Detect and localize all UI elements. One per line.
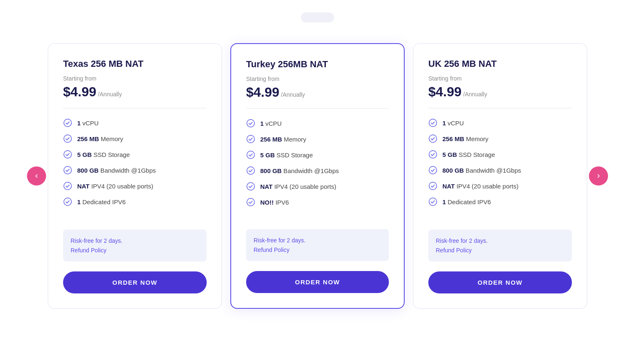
svg-point-16 [429,182,437,190]
pricing-card-uk: UK 256 MB NAT Starting from $4.99 /Annua… [413,43,587,309]
svg-point-10 [247,183,254,190]
check-icon [428,134,437,143]
check-icon [63,197,72,206]
price-amount: $4.99 [246,85,279,100]
price-row: $4.99 /Annually [63,84,207,100]
feature-text: NAT IPV4 (20 usable ports) [442,183,518,190]
feature-text: 800 GB Bandwidth @1Gbps [442,167,521,174]
feature-item: 256 MB Memory [63,134,207,143]
svg-point-15 [429,166,437,174]
feature-item: 1 Dedicated IPV6 [428,197,572,206]
check-icon [63,150,72,159]
svg-point-3 [64,166,71,174]
feature-item: 800 GB Bandwidth @1Gbps [246,166,389,175]
feature-item: NAT IPV4 (20 usable ports) [63,181,207,191]
feature-text: NAT IPV4 (20 usable ports) [260,183,336,190]
svg-point-4 [64,182,71,190]
feature-item: 800 GB Bandwidth @1Gbps [428,166,572,175]
feature-item: NAT IPV4 (20 usable ports) [428,181,572,191]
feature-text: 5 GB SSD Storage [77,151,130,158]
feature-text: 256 MB Memory [260,136,306,143]
order-now-button[interactable]: ORDER NOW [63,271,207,293]
feature-item: 800 GB Bandwidth @1Gbps [63,166,207,175]
price-amount: $4.99 [63,84,96,100]
feature-text: 800 GB Bandwidth @1Gbps [77,167,156,174]
svg-point-6 [247,120,254,127]
price-amount: $4.99 [428,84,462,100]
check-icon [246,182,255,191]
refund-text: Risk-free for 2 days.Refund Policy [436,236,564,255]
check-icon [246,150,255,159]
check-icon [63,166,72,175]
feature-item: 1 vCPU [63,118,207,127]
svg-point-0 [64,119,71,127]
feature-text: 800 GB Bandwidth @1Gbps [260,167,339,174]
feature-item: 1 vCPU [428,118,572,127]
svg-point-8 [247,151,254,159]
order-now-button[interactable]: ORDER NOW [246,271,389,293]
features-list: 1 vCPU 256 MB Memory 5 GB SSD Storage [63,118,207,218]
check-icon [428,150,437,159]
check-icon [246,134,255,144]
feature-item: 5 GB SSD Storage [246,150,389,159]
price-row: $4.99 /Annually [428,84,572,100]
starting-from-label: Starting from [428,75,572,82]
svg-point-17 [429,198,437,205]
feature-item: 256 MB Memory [428,134,572,143]
pricing-card-texas: Texas 256 MB NAT Starting from $4.99 /An… [48,43,222,309]
price-period: /Annually [463,91,487,98]
starting-from-label: Starting from [246,76,389,82]
divider [246,108,389,109]
refund-text: Risk-free for 2 days.Refund Policy [254,236,381,254]
next-button[interactable] [589,166,608,186]
check-icon [246,166,255,175]
check-icon [428,118,437,127]
order-now-button[interactable]: ORDER NOW [428,271,572,293]
features-list: 1 vCPU 256 MB Memory 5 GB SSD Storage [428,118,572,218]
feature-item: 5 GB SSD Storage [63,150,207,159]
check-icon [63,134,72,143]
price-period: /Annually [281,91,305,98]
svg-point-13 [429,135,437,142]
feature-item: 5 GB SSD Storage [428,150,572,159]
plan-title: Turkey 256MB NAT [246,59,389,70]
pricing-cards-container: Texas 256 MB NAT Starting from $4.99 /An… [19,43,616,309]
feature-item: 1 Dedicated IPV6 [63,197,207,206]
feature-text: 1 Dedicated IPV6 [442,198,491,205]
feature-text: 1 vCPU [260,120,282,127]
check-icon [246,198,255,207]
check-icon [63,118,72,127]
check-icon [428,181,437,191]
plan-title: Texas 256 MB NAT [63,59,207,69]
price-row: $4.99 /Annually [246,85,389,100]
pricing-card-turkey: Turkey 256MB NAT Starting from $4.99 /An… [230,43,405,309]
feature-text: 5 GB SSD Storage [442,151,495,158]
svg-point-5 [64,198,71,205]
check-icon [428,197,437,206]
feature-item: 1 vCPU [246,119,389,128]
features-list: 1 vCPU 256 MB Memory 5 GB SSD Storage [246,119,389,217]
svg-point-11 [247,198,254,206]
svg-point-14 [429,151,437,158]
feature-text: 1 vCPU [77,120,99,127]
svg-point-1 [64,135,71,142]
price-period: /Annually [98,91,122,98]
feature-item: NO!! IPV6 [246,198,389,207]
refund-box: Risk-free for 2 days.Refund Policy [428,230,572,261]
feature-item: NAT IPV4 (20 usable ports) [246,182,389,191]
check-icon [63,181,72,191]
check-icon [428,166,437,175]
feature-item: 256 MB Memory [246,134,389,144]
feature-text: 256 MB Memory [442,135,488,142]
divider [63,108,207,108]
prev-button[interactable] [27,166,46,186]
feature-text: 256 MB Memory [77,135,123,142]
refund-text: Risk-free for 2 days.Refund Policy [71,236,199,255]
plan-title: UK 256 MB NAT [428,59,572,69]
billing-toggle[interactable] [301,12,334,22]
svg-point-9 [247,167,254,174]
feature-text: 1 Dedicated IPV6 [77,198,126,205]
feature-text: 5 GB SSD Storage [260,151,313,159]
cards-wrapper: Texas 256 MB NAT Starting from $4.99 /An… [27,43,608,309]
svg-point-7 [247,135,254,143]
